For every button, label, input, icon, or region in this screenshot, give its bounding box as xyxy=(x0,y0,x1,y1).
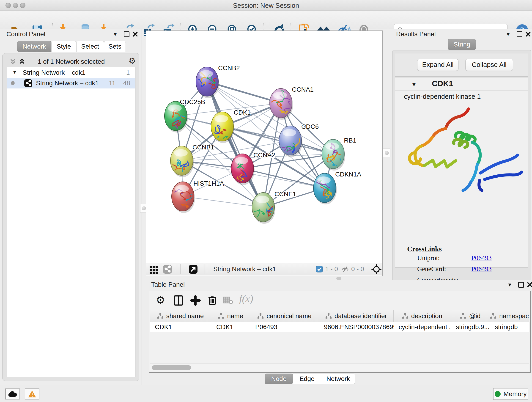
control-panel-collapse-icon[interactable]: ▼ xyxy=(113,32,118,37)
table-settings-gear-icon[interactable]: ⚙ xyxy=(156,294,165,306)
network-node-CCNB1[interactable] xyxy=(167,146,194,177)
column-header--id[interactable]: @id xyxy=(451,310,490,322)
column-header-database-identifier[interactable]: database identifier xyxy=(319,310,394,322)
network-node-CDC6[interactable] xyxy=(279,126,305,157)
results-panel-collapse-icon[interactable]: ▼ xyxy=(506,32,511,37)
tab-network-table[interactable]: Network Table xyxy=(321,374,355,384)
tab-style[interactable]: Style xyxy=(51,41,76,52)
network-collection-row[interactable]: ▼ String Network – cdk1 1 xyxy=(7,67,135,78)
network-view-title: String Network – cdk1 xyxy=(213,265,276,273)
titlebar: Session: New Session xyxy=(0,0,532,11)
table-panel-collapse-icon[interactable]: ▼ xyxy=(507,282,512,288)
table-columns-icon[interactable] xyxy=(173,295,184,307)
protein-structure-image xyxy=(400,105,524,196)
node-label-CDC25B: CDC25B xyxy=(180,98,205,105)
tab-network[interactable]: Network xyxy=(17,41,51,52)
expand-all-button[interactable]: Expand All xyxy=(417,59,458,71)
cloud-icon xyxy=(8,391,17,397)
window-title: Session: New Session xyxy=(0,2,532,9)
network-edge-count: 48 xyxy=(123,80,130,87)
table-cell[interactable]: P06493 xyxy=(250,322,319,332)
network-node-CDKN1A[interactable] xyxy=(313,173,337,204)
column-type-icon xyxy=(490,313,496,319)
memory-button[interactable]: Memory xyxy=(493,388,528,400)
node-label-CCNE1: CCNE1 xyxy=(274,191,296,198)
tab-sets[interactable]: Sets xyxy=(104,41,126,52)
node-label-CDKN1A: CDKN1A xyxy=(335,171,361,178)
grid-view-icon[interactable] xyxy=(149,265,158,275)
tab-node-table[interactable]: Node Table xyxy=(265,374,293,384)
table-hscrollbar-thumb[interactable] xyxy=(152,365,191,370)
column-header-shared-name[interactable]: shared name xyxy=(150,310,211,322)
network-node-count: 11 xyxy=(109,80,115,87)
expand-all-networks-icon[interactable] xyxy=(18,57,26,66)
tab-string-results[interactable]: String xyxy=(448,39,476,50)
network-node-CCNB2[interactable] xyxy=(189,67,219,98)
right-splitter-handle[interactable] xyxy=(383,148,390,157)
table-header-row: shared namenamecanonical namedatabase id… xyxy=(150,310,529,322)
table-add-icon[interactable] xyxy=(190,295,201,307)
control-panel-float-icon[interactable] xyxy=(124,32,129,37)
network-share-view-icon[interactable] xyxy=(163,265,172,275)
table-cell[interactable]: 9606.ENSP00000378699 xyxy=(319,322,394,332)
table-cell[interactable]: stringdb xyxy=(490,322,529,332)
table-row[interactable]: CDK1CDK1P064939606.ENSP00000378699cyclin… xyxy=(150,322,529,332)
tree-expand-icon[interactable]: ▼ xyxy=(12,69,17,75)
network-share-icon xyxy=(24,79,32,89)
crosshair-icon[interactable] xyxy=(371,264,381,275)
network-node-CCNE1[interactable] xyxy=(252,192,278,224)
node-label-CDC6: CDC6 xyxy=(301,123,319,130)
network-canvas[interactable]: CCNB2CCNA1CDC25BCDK1CDC6RB1CCNB1CCNA2CDK… xyxy=(146,31,382,263)
table-delete-icon[interactable] xyxy=(207,295,218,306)
network-node-RB1[interactable] xyxy=(322,139,345,171)
network-view: CCNB2CCNA1CDC25BCDK1CDC6RB1CCNB1CCNA2CDK… xyxy=(146,31,383,276)
network-options-gear-icon[interactable]: ⚙ xyxy=(128,56,136,66)
tab-select[interactable]: Select xyxy=(76,41,104,52)
crosslink-link[interactable]: P06493 xyxy=(471,254,492,262)
column-header-canonical-name[interactable]: canonical name xyxy=(250,310,319,322)
table-hscrollbar[interactable] xyxy=(150,364,529,371)
results-buttons-box: Expand All Collapse All xyxy=(395,53,528,77)
node-label-HIST1H1A: HIST1H1A xyxy=(193,180,224,187)
collection-label: String Network – cdk1 xyxy=(23,69,85,76)
crosslink-label: Uniprot: xyxy=(417,254,471,262)
column-header-namespac[interactable]: namespac xyxy=(490,310,529,322)
gene-collapse-icon[interactable]: ▼ xyxy=(411,81,417,88)
crosslink-label: GeneCard: xyxy=(417,265,471,273)
bottom-splitter-handle[interactable] xyxy=(336,277,341,280)
gene-section: ▼ CDK1 cyclin-dependent kinase 1 xyxy=(395,78,528,268)
network-selection-status: 1 of 1 Network selected xyxy=(30,58,113,65)
column-header-description[interactable]: description xyxy=(394,310,451,322)
table-cell[interactable]: stringdb:9... xyxy=(451,322,490,332)
selected-checkbox-icon[interactable] xyxy=(316,266,323,274)
memory-label: Memory xyxy=(503,390,526,398)
column-header-name[interactable]: name xyxy=(211,310,250,322)
table-panel-title: Table Panel xyxy=(151,281,185,288)
cloud-button[interactable] xyxy=(5,389,20,400)
table-cell[interactable]: CDK1 xyxy=(211,322,250,332)
birdseye-navigator-icon[interactable] xyxy=(189,265,198,275)
table-panel-float-icon[interactable] xyxy=(518,282,524,288)
node-label-CCNA2: CCNA2 xyxy=(253,152,275,159)
table-cell[interactable]: cyclin-dependent ... xyxy=(394,322,451,332)
column-type-icon xyxy=(402,313,409,319)
results-panel-title: Results Panel xyxy=(396,31,436,38)
results-panel-close-icon[interactable] xyxy=(525,32,531,38)
network-view-statusbar: String Network – cdk1 1 - 0 0 - 0 xyxy=(146,263,382,275)
collapse-all-networks-icon[interactable] xyxy=(9,57,17,66)
table-panel: Table Panel ▼ ⚙ f(x) shared namenamecano… xyxy=(146,280,532,385)
table-remove-column-icon xyxy=(223,296,233,305)
tab-edge-table[interactable]: Edge Table xyxy=(293,374,321,384)
table-panel-close-icon[interactable] xyxy=(527,282,532,288)
warning-button[interactable] xyxy=(25,389,39,400)
collapse-all-button[interactable]: Collapse All xyxy=(465,59,513,71)
crosslink-link[interactable]: P06493 xyxy=(471,265,492,273)
node-label-CDK1: CDK1 xyxy=(234,109,251,116)
control-panel-close-icon[interactable] xyxy=(133,32,138,38)
main-toolbar: ? xyxy=(0,11,532,29)
network-edge xyxy=(207,82,263,207)
gene-name: CDK1 xyxy=(432,79,453,88)
results-panel-float-icon[interactable] xyxy=(517,32,522,37)
network-row[interactable]: String Network – cdk1 11 48 xyxy=(7,78,135,89)
table-cell[interactable]: CDK1 xyxy=(150,322,211,332)
